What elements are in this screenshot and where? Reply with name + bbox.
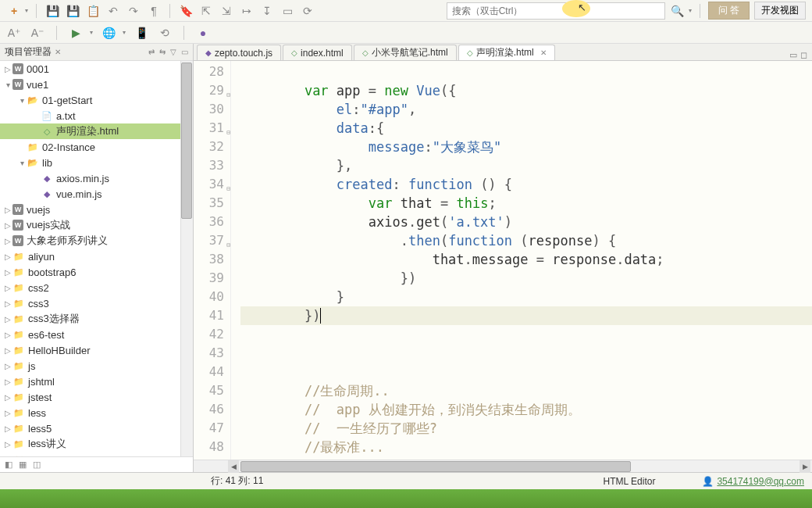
code-line[interactable]: }): [240, 269, 812, 288]
tree-item[interactable]: ◇声明渲染.html: [0, 123, 193, 139]
close-icon[interactable]: ✕: [540, 48, 547, 57]
expander-icon[interactable]: ▷: [3, 424, 12, 433]
editor-tab[interactable]: ◇小米导航笔记.html: [354, 45, 457, 60]
export-icon[interactable]: ⇱: [198, 3, 214, 19]
expander-icon[interactable]: ▷: [3, 377, 12, 386]
code-line[interactable]: created: function () {: [240, 175, 812, 194]
tree-item[interactable]: ▷📁jstest: [0, 389, 193, 405]
minimize-icon[interactable]: ▭: [181, 48, 188, 56]
link-icon[interactable]: ⇆: [159, 48, 166, 56]
tree-item[interactable]: ▷📁HelloHBuilder: [0, 342, 193, 358]
preview-icon[interactable]: ▭: [280, 3, 295, 19]
expander-icon[interactable]: ▷: [3, 346, 12, 355]
fold-icon[interactable]: ⊟: [226, 123, 230, 142]
fold-icon[interactable]: ⊟: [226, 180, 230, 199]
code-line[interactable]: [240, 325, 812, 344]
collapse-icon[interactable]: ⇄: [148, 48, 155, 56]
redo-icon[interactable]: ↷: [126, 3, 141, 19]
expander-icon[interactable]: ▷: [3, 237, 12, 245]
expander-icon[interactable]: ▷: [3, 362, 12, 370]
tree-item[interactable]: ▾Wvue1: [0, 77, 193, 92]
expander-icon[interactable]: ▷: [3, 299, 12, 308]
code-line[interactable]: .then(function (response) {: [240, 231, 812, 250]
code-line[interactable]: [240, 344, 812, 363]
expander-icon[interactable]: ▷: [3, 206, 12, 214]
tree-item[interactable]: ▷📁less: [0, 405, 193, 420]
expander-icon[interactable]: ▷: [3, 393, 12, 402]
qa-button[interactable]: 问 答: [708, 2, 750, 20]
expander-icon[interactable]: ▾: [17, 96, 27, 105]
scrollbar-thumb[interactable]: [240, 461, 631, 472]
dropdown-icon[interactable]: ▾: [689, 7, 692, 14]
chrome-icon[interactable]: 🌐: [101, 25, 116, 41]
expander-icon[interactable]: ▾: [17, 159, 27, 167]
fold-icon[interactable]: ⊟: [226, 86, 230, 105]
search-icon[interactable]: 🔍: [670, 3, 686, 19]
expander-icon[interactable]: ▷: [3, 221, 12, 230]
expander-icon[interactable]: ▾: [3, 80, 12, 89]
code-line[interactable]: [240, 363, 812, 381]
code-line[interactable]: }: [240, 288, 812, 306]
undo-icon[interactable]: ↶: [105, 3, 121, 19]
code-line[interactable]: },: [240, 156, 812, 175]
code-line[interactable]: var app = new Vue({: [240, 81, 812, 100]
device-icon[interactable]: 📱: [134, 25, 149, 41]
maximize-icon[interactable]: ◻: [800, 50, 807, 60]
sync-icon[interactable]: ⟲: [157, 25, 173, 41]
import-icon[interactable]: ⇲: [219, 3, 234, 19]
menu-icon[interactable]: ▽: [170, 48, 176, 56]
editor-tab[interactable]: ◇声明渲染.html✕: [458, 45, 555, 60]
dropdown-icon[interactable]: ▾: [25, 7, 28, 14]
tree-item[interactable]: ▷📁aliyun: [0, 249, 193, 264]
scrollbar[interactable]: [180, 61, 193, 456]
footer-icon[interactable]: ◫: [33, 460, 41, 470]
eclipse-icon[interactable]: ●: [195, 25, 211, 41]
editor-tab[interactable]: ◇index.html: [283, 45, 352, 60]
expander-icon[interactable]: ▷: [3, 268, 12, 277]
tree-item[interactable]: ▷W0001: [0, 61, 193, 77]
copy-icon[interactable]: 📋: [85, 3, 101, 19]
scroll-left-icon[interactable]: ◀: [228, 460, 239, 473]
code-line[interactable]: [240, 63, 812, 81]
step-into-icon[interactable]: ↧: [259, 3, 275, 19]
code-line[interactable]: var that = this;: [240, 194, 812, 213]
code-line[interactable]: // app 从创建开始，到消失结束生命周期。: [240, 400, 812, 419]
expander-icon[interactable]: ▷: [3, 252, 12, 261]
tree-item[interactable]: ▾📂lib: [0, 155, 193, 170]
tree-item[interactable]: ▾📂01-getStart: [0, 92, 193, 108]
code-line[interactable]: // 一生经历了哪些?: [240, 419, 812, 438]
dropdown-icon[interactable]: ▾: [123, 29, 126, 36]
tree-item[interactable]: ▷📁less讲义: [0, 436, 193, 452]
save-icon[interactable]: 💾: [45, 3, 60, 19]
tree-item[interactable]: ▷Wvuejs: [0, 202, 193, 217]
font-increase-icon[interactable]: A⁺: [6, 25, 22, 41]
tree-item[interactable]: ▷📁less5: [0, 420, 193, 436]
contact-link[interactable]: 354174199@qq.com: [717, 476, 804, 487]
minimize-icon[interactable]: ▭: [789, 50, 797, 60]
expander-icon[interactable]: ▷: [3, 409, 12, 417]
tree-item[interactable]: ▷📁css3选择器: [0, 311, 193, 327]
code-line[interactable]: message:"大象菜鸟": [240, 138, 812, 156]
code-line[interactable]: data:{: [240, 119, 812, 138]
code-line[interactable]: //生命周期..: [240, 381, 812, 400]
expander-icon[interactable]: ▷: [3, 315, 12, 324]
code-line[interactable]: }): [240, 306, 812, 325]
code-line[interactable]: el:"#app",: [240, 100, 812, 119]
tree-item[interactable]: ▷📁es6-test: [0, 327, 193, 342]
tree-item[interactable]: ▷Wvuejs实战: [0, 217, 193, 233]
bookmark-icon[interactable]: 🔖: [178, 3, 194, 19]
dropdown-icon[interactable]: ▾: [90, 29, 93, 36]
expander-icon[interactable]: ▷: [3, 440, 12, 449]
step-over-icon[interactable]: ↦: [239, 3, 255, 19]
font-decrease-icon[interactable]: A⁻: [30, 25, 45, 41]
code-line[interactable]: that.message = response.data;: [240, 250, 812, 269]
tree-item[interactable]: ◆vue.min.js: [0, 186, 193, 202]
fold-icon[interactable]: ⊟: [226, 236, 230, 255]
horizontal-scrollbar[interactable]: ◀ ▶: [194, 460, 812, 472]
tree-item[interactable]: ▷📁jshtml: [0, 374, 193, 389]
tree-item[interactable]: 📁02-Instance: [0, 139, 193, 155]
tree-item[interactable]: 📄a.txt: [0, 108, 193, 123]
close-icon[interactable]: ✕: [55, 48, 61, 56]
run-icon[interactable]: ▶: [68, 25, 84, 41]
editor-tab[interactable]: ◆zepto.touch.js: [197, 45, 281, 60]
